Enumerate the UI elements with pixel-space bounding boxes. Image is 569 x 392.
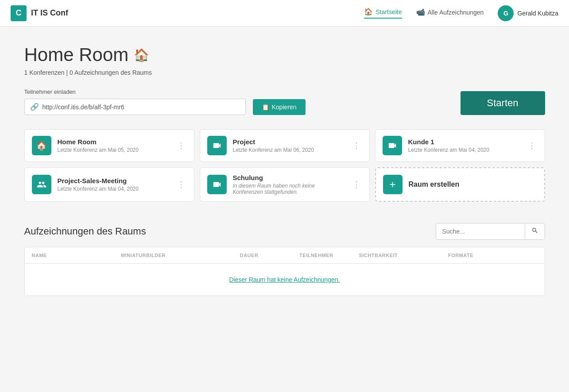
invite-left: Teilnehmer einladen 🔗	[24, 88, 246, 115]
room-menu-project[interactable]: ⋮	[351, 139, 362, 152]
invite-label: Teilnehmer einladen	[24, 88, 246, 95]
table-header: NAME MINIATURBILDER DAUER TEILNEHMER SIC…	[25, 247, 545, 264]
room-menu-kunde1[interactable]: ⋮	[526, 139, 538, 152]
room-home-icon: 🏠	[134, 48, 149, 62]
copy-label: Kopieren	[272, 104, 297, 111]
page-title-row: Home Room 🏠	[24, 44, 545, 65]
room-card-home-room[interactable]: 🏠 Home Room Letzte Konferenz am Mai 05, …	[24, 129, 194, 162]
search-button[interactable]	[525, 223, 545, 239]
col-duration: DAUER	[240, 253, 299, 258]
nav-startseite-label: Startseite	[375, 8, 402, 15]
room-card-schulung[interactable]: Schulung In diesem Raum haben noch keine…	[200, 167, 370, 202]
user-menu[interactable]: G Gerald Kubitza	[498, 5, 558, 21]
room-date-sales: Letzte Konferenz am Mai 04, 2020	[58, 186, 169, 192]
start-button[interactable]: Starten	[461, 91, 545, 115]
room-info-kunde1: Kunde 1 Letzte Konferenz am Mai 04, 2020	[408, 138, 520, 153]
brand-name: IT IS Conf	[31, 8, 68, 18]
room-icon-kunde1	[383, 136, 402, 155]
video-nav-icon: 📹	[416, 8, 425, 16]
room-date-home: Letzte Konferenz am Mai 05, 2020	[58, 147, 169, 153]
recordings-title: Aufzeichnungen des Raums	[24, 226, 146, 237]
page-title: Home Room	[24, 44, 129, 65]
page-header: Home Room 🏠 1 Konferenzen | 0 Aufzeichnu…	[24, 44, 545, 76]
col-participants: TEILNEHMER	[299, 253, 359, 258]
navbar-nav: 🏠 Startseite 📹 Alle Aufzeichnungen G Ger…	[364, 5, 558, 21]
col-visibility: SICHTBARKEIT	[359, 253, 448, 258]
brand[interactable]: C IT IS Conf	[11, 5, 68, 21]
rooms-grid: 🏠 Home Room Letzte Konferenz am Mai 05, …	[24, 129, 545, 202]
invite-url-input[interactable]	[43, 104, 240, 111]
room-name-sales: Project-Sales-Meeting	[58, 177, 169, 184]
room-name-kunde1: Kunde 1	[408, 138, 520, 146]
create-room-label: Raum erstellen	[409, 181, 460, 188]
user-name-label: Gerald Kubitza	[517, 10, 558, 17]
room-name-schulung: Schulung	[233, 174, 344, 181]
room-card-project[interactable]: Project Letzte Konferenz am Mai 06, 2020…	[200, 129, 370, 162]
nav-startseite[interactable]: 🏠 Startseite	[364, 8, 402, 19]
room-info-schulung: Schulung In diesem Raum haben noch keine…	[233, 174, 344, 195]
brand-logo: C	[11, 5, 27, 21]
copy-button[interactable]: 📋 Kopieren	[253, 99, 306, 115]
search-input[interactable]	[436, 224, 525, 238]
col-formats: FORMATE	[448, 253, 538, 258]
copy-icon: 📋	[262, 104, 269, 111]
room-menu-schulung[interactable]: ⋮	[351, 178, 362, 191]
home-nav-icon: 🏠	[364, 8, 373, 16]
nav-aufzeichnungen-label: Alle Aufzeichnungen	[428, 9, 484, 16]
table-empty-message: Dieser Raum hat keine Aufzeichnungen.	[25, 264, 545, 296]
invite-input-wrap: 🔗	[24, 99, 246, 115]
recordings-section: Aufzeichnungen des Raums NAME MINIATURBI…	[24, 223, 545, 296]
room-icon-sales	[32, 175, 51, 194]
room-card-kunde1[interactable]: Kunde 1 Letzte Konferenz am Mai 04, 2020…	[375, 129, 545, 162]
col-thumbnails: MINIATURBILDER	[121, 253, 240, 258]
room-info-sales: Project-Sales-Meeting Letzte Konferenz a…	[58, 177, 169, 192]
room-info-project: Project Letzte Konferenz am Mai 06, 2020	[233, 138, 344, 153]
room-icon-project	[207, 136, 227, 155]
invite-section: Teilnehmer einladen 🔗 📋 Kopieren Starten	[24, 88, 545, 115]
col-name: NAME	[32, 253, 121, 258]
room-date-kunde1: Letzte Konferenz am Mai 04, 2020	[408, 147, 520, 153]
room-icon-home: 🏠	[32, 136, 51, 155]
room-date-schulung: In diesem Raum haben noch keine Konferen…	[233, 183, 344, 195]
room-date-project: Letzte Konferenz am Mai 06, 2020	[233, 147, 344, 153]
search-wrap	[436, 223, 545, 240]
navbar: C IT IS Conf 🏠 Startseite 📹 Alle Aufzeic…	[0, 0, 569, 27]
room-icon-schulung	[207, 175, 227, 194]
link-icon: 🔗	[30, 103, 39, 111]
create-room-card[interactable]: + Raum erstellen	[375, 167, 545, 202]
room-name-home: Home Room	[58, 138, 169, 146]
room-menu-home[interactable]: ⋮	[175, 139, 187, 152]
recordings-header: Aufzeichnungen des Raums	[24, 223, 545, 240]
room-name-project: Project	[233, 138, 344, 146]
page-subtitle: 1 Konferenzen | 0 Aufzeichnungen des Rau…	[24, 69, 545, 76]
create-room-icon: +	[383, 175, 403, 194]
room-card-sales[interactable]: Project-Sales-Meeting Letzte Konferenz a…	[24, 167, 194, 202]
user-avatar: G	[498, 5, 514, 21]
room-menu-sales[interactable]: ⋮	[175, 178, 187, 191]
nav-aufzeichnungen[interactable]: 📹 Alle Aufzeichnungen	[416, 8, 484, 18]
main-content: Home Room 🏠 1 Konferenzen | 0 Aufzeichnu…	[10, 27, 559, 310]
room-info-home: Home Room Letzte Konferenz am Mai 05, 20…	[58, 138, 169, 153]
recordings-table: NAME MINIATURBILDER DAUER TEILNEHMER SIC…	[24, 247, 545, 296]
